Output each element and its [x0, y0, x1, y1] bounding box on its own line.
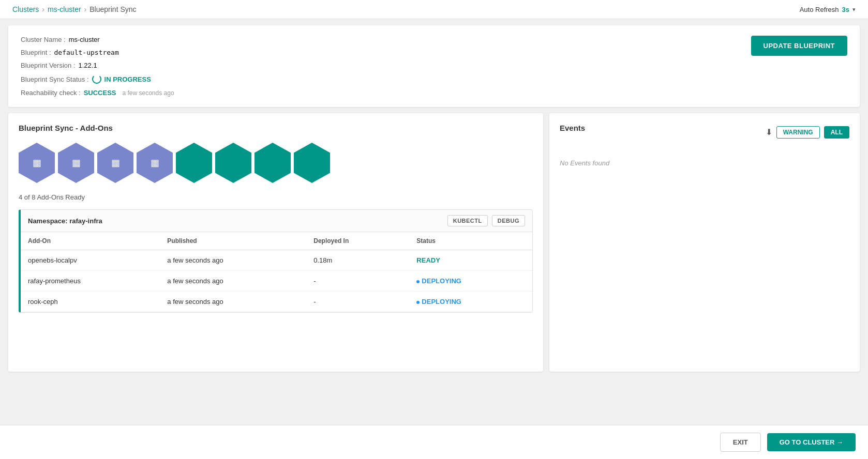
auto-refresh-control[interactable]: Auto Refresh 3s ▾ [800, 6, 856, 13]
breadcrumb-sep1: › [42, 5, 44, 13]
sync-status-label: Blueprint Sync Status : [21, 75, 89, 83]
hex-icon-3: ▦ [111, 157, 120, 169]
hex-item-7 [255, 143, 291, 183]
cell-status: DEPLOYING [409, 292, 532, 312]
blueprint-row: Blueprint : default-upstream [21, 49, 174, 56]
addons-ready-text: 4 of 8 Add-Ons Ready [19, 193, 533, 201]
cell-addon: rook-ceph [21, 292, 160, 312]
cell-addon: rafay-prometheus [21, 271, 160, 292]
col-addon: Add-On [21, 232, 160, 250]
namespace-header: Namespace: rafay-infra KUBECTL DEBUG [21, 210, 532, 232]
reachability-timestamp: a few seconds ago [122, 89, 174, 97]
blueprint-label: Blueprint : [21, 49, 51, 56]
hex-item-2: ▦ [58, 143, 94, 183]
cluster-name-row: Cluster Name : ms-cluster [21, 36, 174, 43]
hexagons-row: ▦ ▦ ▦ ▦ [19, 143, 533, 183]
namespace-name: Namespace: rafay-infra [28, 217, 102, 225]
hex-icon-4: ▦ [151, 157, 159, 169]
table-row: rook-cepha few seconds ago-DEPLOYING [21, 292, 532, 312]
namespace-buttons: KUBECTL DEBUG [447, 215, 525, 226]
breadcrumb-sep2: › [84, 5, 87, 13]
col-deployed-in: Deployed In [306, 232, 409, 250]
download-icon[interactable]: ⬇ [766, 127, 772, 137]
breadcrumb: Clusters › ms-cluster › Blueprint Sync [12, 5, 137, 13]
hex-item-4: ▦ [137, 143, 173, 183]
cell-deployed-in: 0.18m [306, 250, 409, 271]
events-actions: ⬇ WARNING ALL [766, 126, 849, 139]
auto-refresh-value: 3s [842, 6, 849, 13]
filter-all-button[interactable]: ALL [824, 126, 849, 139]
addon-table: Add-On Published Deployed In Status open… [21, 232, 532, 312]
table-row: openebs-localpva few seconds ago0.18mREA… [21, 250, 532, 271]
top-bar: Clusters › ms-cluster › Blueprint Sync A… [0, 0, 868, 19]
col-published: Published [160, 232, 306, 250]
cell-published: a few seconds ago [160, 250, 306, 271]
cluster-name-value: ms-cluster [69, 36, 100, 43]
no-events-text: No Events found [560, 149, 849, 177]
hex-item-8 [294, 143, 330, 183]
sync-status-row: Blueprint Sync Status : IN PROGRESS [21, 74, 174, 84]
table-row: rafay-prometheusa few seconds ago-DEPLOY… [21, 271, 532, 292]
status-dot-icon [416, 301, 420, 304]
blueprint-value: default-upstream [54, 49, 119, 56]
addons-panel: Blueprint Sync - Add-Ons ▦ ▦ ▦ [8, 113, 543, 372]
events-panel: Events ⬇ WARNING ALL No Events found [549, 113, 860, 372]
reachability-value: SUCCESS [84, 89, 116, 97]
cluster-name-label: Cluster Name : [21, 36, 66, 43]
debug-button[interactable]: DEBUG [492, 215, 525, 226]
status-dot-icon [416, 280, 420, 283]
table-header-row: Add-On Published Deployed In Status [21, 232, 532, 250]
chevron-down-icon: ▾ [852, 6, 856, 13]
breadcrumb-clusters[interactable]: Clusters [12, 5, 39, 13]
reachability-row: Reachability check : SUCCESS a few secon… [21, 89, 174, 97]
hex-item-6 [215, 143, 251, 183]
filter-warning-button[interactable]: WARNING [776, 126, 820, 139]
blueprint-version-label: Blueprint Version : [21, 62, 76, 69]
breadcrumb-current: Blueprint Sync [89, 5, 136, 13]
cell-published: a few seconds ago [160, 271, 306, 292]
cell-deployed-in: - [306, 271, 409, 292]
namespace-block: Namespace: rafay-infra KUBECTL DEBUG Add… [19, 209, 533, 313]
status-deploying: DEPLOYING [416, 277, 461, 285]
blueprint-version-row: Blueprint Version : 1.22.1 [21, 62, 174, 69]
events-header: Events ⬇ WARNING ALL [560, 124, 849, 141]
update-blueprint-button[interactable]: UPDATE BLUEPRINT [751, 36, 847, 56]
blueprint-version-value: 1.22.1 [79, 62, 97, 69]
col-status: Status [409, 232, 532, 250]
info-card: Cluster Name : ms-cluster Blueprint : de… [8, 25, 860, 107]
status-ready: READY [416, 256, 440, 264]
hex-item-5 [176, 143, 212, 183]
auto-refresh-label: Auto Refresh [800, 6, 839, 13]
kubectl-button[interactable]: KUBECTL [447, 215, 488, 226]
status-deploying: DEPLOYING [416, 298, 461, 305]
main-content: Blueprint Sync - Add-Ons ▦ ▦ ▦ [8, 113, 860, 372]
reachability-label: Reachability check : [21, 89, 81, 97]
spinner-icon [92, 74, 101, 84]
events-title: Events [560, 124, 585, 132]
sync-status-value: IN PROGRESS [92, 74, 151, 84]
addons-panel-title: Blueprint Sync - Add-Ons [19, 124, 533, 132]
cell-deployed-in: - [306, 292, 409, 312]
cell-published: a few seconds ago [160, 292, 306, 312]
hex-item-1: ▦ [19, 143, 55, 183]
hex-icon-1: ▦ [33, 157, 41, 169]
cell-status: DEPLOYING [409, 271, 532, 292]
hex-icon-2: ▦ [72, 157, 81, 169]
info-fields: Cluster Name : ms-cluster Blueprint : de… [21, 36, 174, 97]
hex-item-3: ▦ [97, 143, 133, 183]
cell-addon: openebs-localpv [21, 250, 160, 271]
cell-status: READY [409, 250, 532, 271]
breadcrumb-cluster[interactable]: ms-cluster [48, 5, 81, 13]
